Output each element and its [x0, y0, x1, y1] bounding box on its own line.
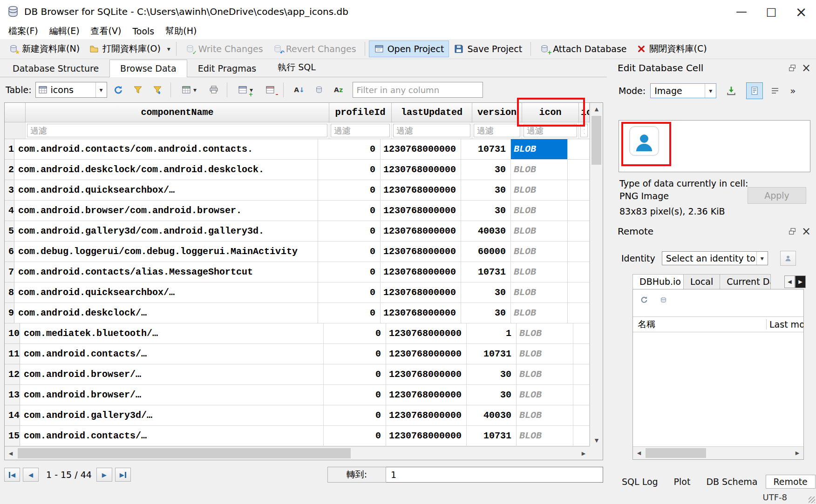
column-header-profileId[interactable]: profileId [329, 103, 392, 122]
cell-profileId[interactable]: 0 [324, 405, 386, 426]
cell-profileId[interactable]: 0 [318, 242, 381, 262]
scroll-right-icon[interactable]: ▶ [578, 447, 590, 460]
cell-clipped[interactable] [568, 221, 590, 242]
cell-version[interactable]: 1 [467, 323, 517, 344]
print-button[interactable] [205, 81, 222, 98]
cell-lastUpdated[interactable]: 1230768000000 [381, 139, 461, 160]
cell-version[interactable]: 30 [461, 303, 511, 323]
cell-icon[interactable]: BLOB [517, 405, 573, 426]
cell-profileId[interactable]: 0 [318, 303, 381, 323]
encoding-indicator[interactable]: UTF-8 [763, 492, 787, 502]
column-header-clipped[interactable]: ic [579, 103, 590, 122]
filter-input-profileId[interactable] [331, 124, 390, 137]
column-header-version[interactable]: version [472, 103, 522, 122]
cell-clipped[interactable] [568, 282, 590, 303]
cell-profileId[interactable]: 0 [318, 282, 381, 303]
table-row[interactable]: 2 com.android.deskclock/com.android.desk… [5, 160, 590, 180]
save-filter-button[interactable] [149, 81, 166, 98]
cell-clipped[interactable] [573, 426, 590, 446]
remote-tab-local[interactable]: Local [683, 274, 720, 289]
cell-icon[interactable]: BLOB [511, 180, 568, 201]
cell-componentName[interactable]: com.android.browser/… [20, 364, 324, 385]
dock-tab-sql-log[interactable]: SQL Log [614, 475, 666, 489]
vertical-scrollbar-thumb[interactable] [592, 116, 601, 165]
cell-clipped[interactable] [568, 180, 590, 201]
display-format-button[interactable]: Az [330, 81, 347, 98]
cell-componentName[interactable]: com.mediatek.bluetooth/… [20, 323, 324, 344]
cell-componentName[interactable]: com.android.contacts/… [20, 426, 324, 446]
cell-icon[interactable]: BLOB [517, 344, 573, 364]
cell-icon[interactable]: BLOB [517, 385, 573, 405]
cell-icon[interactable]: BLOB [511, 303, 568, 323]
cell-icon[interactable]: BLOB [517, 323, 573, 344]
cell-version[interactable]: 30 [467, 364, 517, 385]
cell-componentName[interactable]: com.android.quicksearchbox/… [14, 180, 318, 201]
horizontal-scrollbar-thumb[interactable] [18, 448, 351, 458]
menu-help[interactable]: 幫助(H) [160, 24, 202, 39]
save-results-button[interactable]: ▾ [178, 81, 203, 98]
row-number[interactable]: 8 [5, 282, 14, 303]
maximize-icon[interactable]: □ [756, 0, 786, 23]
cell-version[interactable]: 30 [461, 201, 511, 221]
row-number[interactable]: 11 [5, 344, 20, 364]
open-project-button[interactable]: Open Project [369, 40, 449, 57]
row-number[interactable]: 4 [5, 201, 14, 221]
refresh-button[interactable] [110, 81, 127, 98]
text-view-button[interactable] [746, 82, 763, 99]
table-row[interactable]: 12 com.android.browser/… 0 1230768000000… [5, 364, 590, 385]
remote-horizontal-scrollbar[interactable]: ◀ ▶ [633, 446, 803, 459]
cell-lastUpdated[interactable]: 1230768000000 [386, 323, 467, 344]
menu-file[interactable]: 檔案(F) [3, 24, 44, 39]
row-number[interactable]: 14 [5, 405, 20, 426]
filter-any-column-input[interactable] [353, 82, 483, 98]
cell-componentName[interactable]: com.android.gallery3d/… [20, 405, 324, 426]
apply-button[interactable]: Apply [748, 187, 806, 204]
cell-profileId[interactable]: 0 [318, 160, 381, 180]
table-row[interactable]: 9 com.android.deskclock/… 0 123076800000… [5, 303, 590, 323]
cell-icon[interactable]: BLOB [511, 242, 568, 262]
identity-settings-button[interactable] [780, 251, 796, 266]
cell-icon[interactable]: BLOB [511, 139, 568, 160]
filter-input-lastUpdated[interactable] [393, 124, 470, 137]
cell-lastUpdated[interactable]: 1230768000000 [386, 385, 467, 405]
filter-input-componentName[interactable] [27, 124, 327, 137]
cell-clipped[interactable] [568, 201, 590, 221]
tab-scroll-left-icon[interactable]: ◀ [784, 276, 795, 288]
cell-clipped[interactable] [568, 262, 590, 282]
row-number[interactable]: 9 [5, 303, 14, 323]
identity-select[interactable]: Select an identity to conne ▾ [662, 251, 768, 265]
cell-version[interactable]: 10731 [461, 139, 511, 160]
last-record-button[interactable]: ▶ [115, 468, 131, 482]
tab-database-structure[interactable]: Database Structure [2, 60, 109, 77]
cell-lastUpdated[interactable]: 1230768000000 [381, 221, 461, 242]
remote-refresh-button[interactable] [638, 293, 651, 306]
previous-record-button[interactable]: ◀ [23, 468, 39, 482]
table-row[interactable]: 3 com.android.quicksearchbox/… 0 1230768… [5, 180, 590, 201]
table-row[interactable]: 13 com.android.browser/… 0 1230768000000… [5, 385, 590, 405]
table-row[interactable]: 4 com.android.browser/com.android.browse… [5, 201, 590, 221]
remote-tab-current[interactable]: Current Dat [720, 274, 771, 289]
remote-column-name[interactable]: 名稱 [633, 318, 766, 330]
revert-changes-button[interactable]: ↶ Revert Changes [268, 41, 361, 57]
goto-record-input[interactable] [386, 467, 603, 483]
row-number[interactable]: 15 [5, 426, 20, 446]
sort-ascending-button[interactable]: A↓ [291, 81, 308, 98]
cell-version[interactable]: 10731 [461, 262, 511, 282]
cell-componentName[interactable]: com.android.contacts/alias.MessageShortc… [14, 262, 318, 282]
cell-clipped[interactable] [568, 242, 590, 262]
cell-lastUpdated[interactable]: 1230768000000 [386, 344, 467, 364]
database-encoding-button[interactable] [311, 81, 327, 98]
cell-lastUpdated[interactable]: 1230768000000 [381, 180, 461, 201]
cell-profileId[interactable]: 0 [324, 385, 386, 405]
table-row[interactable]: 6 com.debug.loggerui/com.debug.loggerui.… [5, 242, 590, 262]
scroll-left-icon[interactable]: ◀ [5, 447, 17, 460]
minimize-icon[interactable]: — [727, 0, 756, 23]
float-panel-icon[interactable] [786, 62, 798, 74]
first-record-button[interactable]: ◀ [4, 468, 20, 482]
dock-tab-db-schema[interactable]: DB Schema [698, 475, 765, 489]
row-number[interactable]: 10 [5, 323, 20, 344]
cell-clipped[interactable] [568, 160, 590, 180]
cell-icon[interactable]: BLOB [517, 364, 573, 385]
word-wrap-button[interactable] [767, 82, 783, 99]
cell-componentName[interactable]: com.debug.loggerui/com.debug.loggerui.Ma… [14, 242, 318, 262]
